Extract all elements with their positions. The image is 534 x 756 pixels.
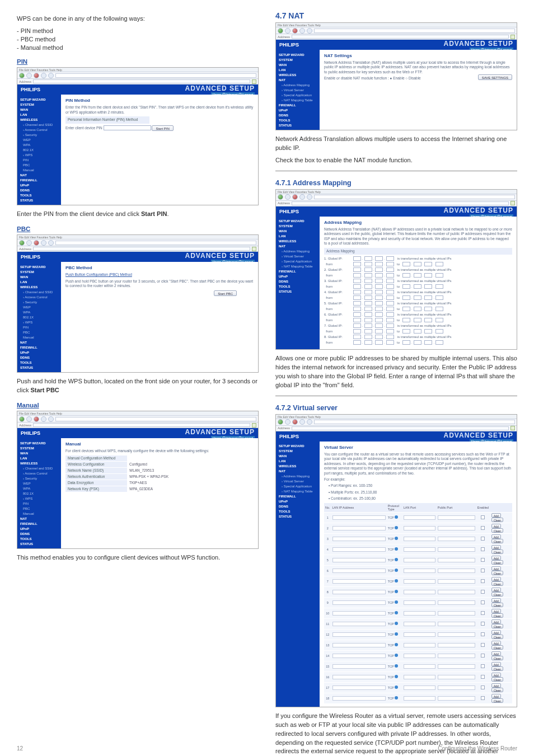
public-port-input[interactable] — [438, 526, 475, 530]
nav-wps[interactable]: › WPS — [17, 152, 61, 157]
ip-octet[interactable] — [353, 323, 361, 328]
public-port-input[interactable] — [438, 558, 475, 562]
protocol-select[interactable]: TCP — [388, 569, 394, 572]
go-icon[interactable] — [510, 426, 515, 430]
protocol-select[interactable]: TCP — [388, 558, 394, 562]
back-icon[interactable] — [278, 419, 283, 425]
dropdown-icon[interactable] — [395, 600, 398, 604]
ip-octet[interactable] — [386, 335, 394, 339]
ip-octet[interactable] — [402, 262, 410, 266]
ip-octet[interactable] — [375, 290, 383, 294]
nav-status[interactable]: STATUS — [276, 289, 320, 294]
ip-octet[interactable] — [353, 329, 361, 334]
nav-lan[interactable]: LAN — [276, 67, 320, 72]
ip-octet[interactable] — [386, 256, 394, 261]
nav-nat-mapping-table[interactable]: › NAT Mapping Table — [276, 264, 320, 269]
protocol-select[interactable]: TCP — [388, 548, 394, 551]
ip-octet[interactable] — [435, 307, 443, 311]
enabled-checkbox[interactable] — [481, 547, 485, 551]
dropdown-icon[interactable] — [395, 547, 398, 551]
ip-octet[interactable] — [424, 329, 432, 334]
ip-octet[interactable] — [364, 290, 372, 294]
public-port-input[interactable] — [438, 632, 475, 637]
ip-octet[interactable] — [364, 284, 372, 289]
nav-address-mapping[interactable]: › Address Mapping — [276, 474, 320, 479]
nav-wan[interactable]: WAN — [17, 450, 61, 456]
ip-octet[interactable] — [353, 301, 361, 306]
enabled-checkbox[interactable] — [481, 643, 485, 647]
url-field[interactable] — [292, 35, 509, 39]
ip-octet[interactable] — [435, 329, 443, 334]
nav-firewall[interactable]: FIREWALL — [276, 102, 320, 107]
nav-system[interactable]: SYSTEM — [276, 224, 320, 229]
nav-virtual-server[interactable]: › Virtual Server — [276, 479, 320, 484]
ip-octet[interactable] — [386, 329, 394, 334]
public-port-input[interactable] — [438, 611, 475, 616]
url-field[interactable] — [33, 79, 250, 83]
ip-octet[interactable] — [386, 284, 394, 289]
public-port-input[interactable] — [438, 515, 475, 520]
nav-tools[interactable]: TOOLS — [276, 118, 320, 123]
url-field[interactable] — [33, 247, 250, 251]
add-button[interactable]: Add — [491, 524, 501, 528]
ip-octet[interactable] — [364, 273, 372, 278]
back-icon[interactable] — [19, 240, 25, 246]
enabled-checkbox[interactable] — [481, 526, 485, 530]
nav-lan[interactable]: LAN — [17, 112, 61, 117]
enabled-checkbox[interactable] — [481, 515, 485, 519]
dropdown-icon[interactable] — [395, 569, 398, 572]
ip-octet[interactable] — [375, 256, 383, 261]
ip-octet[interactable] — [424, 273, 432, 278]
back-icon[interactable] — [19, 416, 25, 422]
protocol-select[interactable]: TCP — [388, 612, 394, 615]
ip-octet[interactable] — [414, 340, 421, 345]
nav-upnp[interactable]: UPnP — [17, 182, 61, 187]
stop-icon[interactable] — [292, 194, 298, 200]
ip-octet[interactable] — [424, 262, 432, 266]
nav-firewall[interactable]: FIREWALL — [276, 494, 320, 499]
ip-octet[interactable] — [386, 312, 394, 317]
ip-octet[interactable] — [364, 307, 372, 311]
home-icon[interactable] — [48, 416, 54, 422]
nav-manual[interactable]: Manual — [17, 167, 61, 172]
public-port-input[interactable] — [438, 579, 475, 584]
ip-octet[interactable] — [364, 312, 372, 317]
lan-port-input[interactable] — [404, 696, 435, 701]
ip-octet[interactable] — [364, 329, 372, 334]
ip-octet[interactable] — [402, 318, 410, 322]
ip-octet[interactable] — [414, 307, 421, 311]
protocol-select[interactable]: TCP — [388, 516, 394, 519]
ip-octet[interactable] — [353, 256, 361, 261]
nav-upnp[interactable]: UPnP — [17, 350, 61, 355]
nav-special-application[interactable]: › Special Application — [276, 484, 320, 489]
ip-octet[interactable] — [435, 273, 443, 278]
public-port-input[interactable] — [438, 537, 475, 541]
nav-access-control[interactable]: › Access Control — [17, 471, 61, 476]
dropdown-icon[interactable] — [395, 675, 398, 678]
ip-octet[interactable] — [424, 340, 432, 345]
nav-wep[interactable]: WEP — [17, 481, 61, 486]
protocol-select[interactable]: TCP — [388, 527, 394, 530]
nav-wan[interactable]: WAN — [17, 274, 61, 279]
lan-port-input[interactable] — [404, 579, 435, 584]
lan-ip-input[interactable] — [332, 696, 386, 701]
nav-manual[interactable]: Manual — [17, 511, 61, 516]
enabled-checkbox[interactable] — [481, 590, 485, 594]
lan-ip-input[interactable] — [332, 622, 386, 626]
nav-pin[interactable]: PIN — [17, 325, 61, 330]
protocol-select[interactable]: TCP — [388, 697, 394, 700]
add-button[interactable]: Add — [491, 534, 501, 539]
ip-octet[interactable] — [414, 329, 421, 334]
dropdown-icon[interactable] — [395, 558, 398, 561]
go-icon[interactable] — [510, 35, 515, 39]
clean-button[interactable]: Clean — [491, 528, 503, 533]
nav-wep[interactable]: WEP — [17, 137, 61, 142]
nav-wireless[interactable]: WIRELESS — [17, 284, 61, 289]
nav-status[interactable]: STATUS — [276, 123, 320, 128]
clean-button[interactable]: Clean — [491, 560, 503, 565]
nav-wps[interactable]: › WPS — [17, 320, 61, 325]
ip-octet[interactable] — [375, 295, 383, 300]
dropdown-icon[interactable] — [395, 590, 398, 593]
lan-port-input[interactable] — [404, 622, 435, 626]
nav-system[interactable]: SYSTEM — [17, 445, 61, 450]
